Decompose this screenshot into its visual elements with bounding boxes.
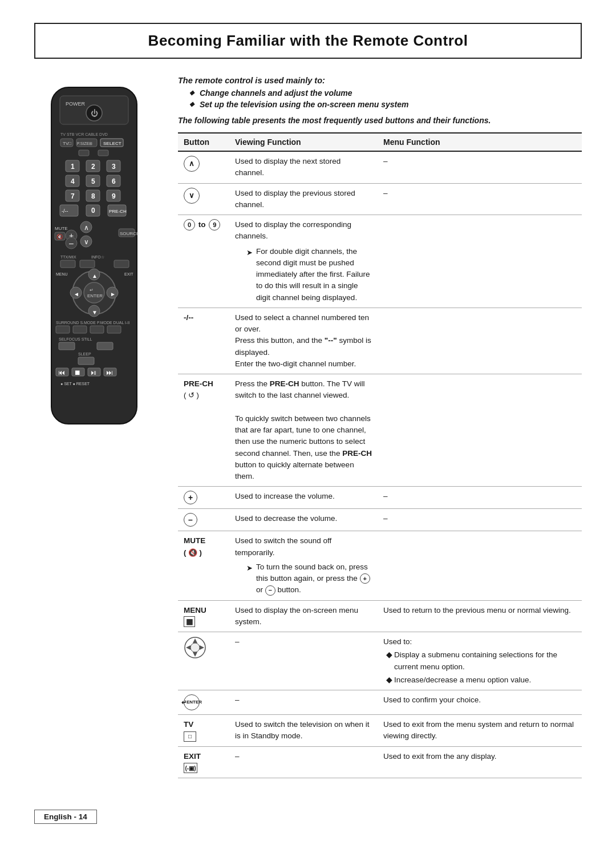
svg-text:SOURCE: SOURCE [120,231,139,236]
remote-image-col: POWER ⏻ TV STB VCR CABLE DVD TV□ P.SIZE⊞… [34,82,160,437]
btn-cell-dash: -/-- [178,308,229,374]
svg-text:SLEEP: SLEEP [78,352,91,356]
svg-rect-73 [90,326,104,333]
table-row: EXIT (-▣) – Used to exit from the any di… [178,746,582,778]
col-header-viewing: Viewing Function [229,133,378,151]
exit-icon: (-▣) [184,763,197,773]
svg-text:⏹: ⏹ [74,369,81,377]
svg-marker-91 [193,638,197,643]
svg-text:◄: ◄ [74,291,79,297]
table-row: – Used to: ◆Display a submenu containing… [178,632,582,690]
table-row: MUTE ( 🔇 ) Used to switch the sound off … [178,531,582,600]
svg-text:SELFOCUS  STILL: SELFOCUS STILL [59,337,92,341]
menu-cell-digits [378,215,582,308]
svg-text:⏻: ⏻ [91,109,98,118]
svg-text:↵: ↵ [90,288,94,293]
svg-text:🔇: 🔇 [56,233,63,240]
svg-text:▲: ▲ [92,273,98,279]
table-row: -/-- Used to select a channel numbered t… [178,308,582,374]
svg-text:▼: ▼ [92,309,98,316]
viewing-cell-down: Used to display the previous stored chan… [229,183,378,215]
svg-point-90 [191,643,200,652]
svg-rect-79 [78,357,94,365]
svg-text:5: 5 [91,177,95,185]
svg-rect-12 [79,150,89,156]
plus-icon: + [184,491,197,504]
menu-cell-enter: Used to confirm your choice. [378,690,582,715]
svg-text:1: 1 [71,163,75,171]
digit-9-icon: 9 [209,219,220,231]
menu-cell-volup: – [378,487,582,509]
btn-cell-digits: 0 to 9 [178,215,229,308]
table-intro-text: The following table presents the most fr… [178,115,582,127]
svg-marker-93 [186,645,191,650]
table-row: – Used to decrease the volume. – [178,509,582,531]
svg-text:3: 3 [112,163,116,171]
svg-rect-13 [98,150,108,156]
svg-text:2: 2 [91,163,95,171]
svg-marker-92 [193,652,197,657]
intro-bullets: Change channels and adjust the volume Se… [189,88,582,109]
viewing-cell-prech: Press the PRE-CH button. The TV will swi… [229,374,378,487]
btn-cell-menu: MENU ▦ [178,600,229,632]
menu-cell-mute [378,531,582,600]
tv-label: TV [184,720,193,729]
btn-cell-down: ∨ [178,183,229,215]
svg-text:∨: ∨ [84,238,89,246]
svg-rect-53 [60,260,75,268]
svg-text:4: 4 [71,177,75,185]
svg-text:⏮: ⏮ [58,369,65,377]
svg-text:⏭: ⏭ [106,369,113,377]
minus-icon: – [184,513,197,527]
footer-bar: English - 14 [34,810,582,824]
svg-text:● SET   ● RESET: ● SET ● RESET [60,382,90,386]
table-header-row: Button Viewing Function Menu Function [178,133,582,151]
svg-text:TV STB VCR CABLE DVD: TV STB VCR CABLE DVD [60,132,108,136]
svg-text:SURROUND S.MODE P.MODE DUAL I-: SURROUND S.MODE P.MODE DUAL I-II [56,321,129,325]
table-row: ∧ Used to display the next stored channe… [178,151,582,183]
arrow-mute-icon: ➤ [246,563,253,574]
content-area: POWER ⏻ TV STB VCR CABLE DVD TV□ P.SIZE⊞… [34,76,582,778]
col-header-menu: Menu Function [378,133,582,151]
table-row: TV □ Used to switch the television on wh… [178,715,582,747]
remote-svg: POWER ⏻ TV STB VCR CABLE DVD TV□ P.SIZE⊞… [34,82,154,437]
intro-main-text: The remote control is used mainly to: [178,76,582,85]
table-row: + Used to increase the volume. – [178,487,582,509]
svg-text:9: 9 [112,192,116,200]
menu-cell-exit: Used to exit from the any display. [378,746,582,778]
svg-text:P.SIZE⊞: P.SIZE⊞ [77,141,92,145]
viewing-cell-digits: Used to display the corresponding channe… [229,215,378,308]
svg-rect-54 [80,260,95,268]
btn-cell-nav [178,632,229,690]
svg-rect-77 [97,342,113,350]
svg-text:►: ► [110,291,116,297]
btn-cell-mute: MUTE ( 🔇 ) [178,531,229,600]
svg-rect-55 [114,260,129,268]
svg-rect-72 [73,326,87,333]
svg-marker-94 [200,645,204,650]
svg-text:⏯: ⏯ [90,369,97,377]
btn-cell-prech: PRE-CH ( ↺ ) [178,374,229,487]
svg-text:PRE-CH: PRE-CH [109,209,127,214]
viewing-cell-nav: – [229,632,378,690]
viewing-cell-mute: Used to switch the sound off temporarily… [229,531,378,600]
svg-text:8: 8 [91,192,95,200]
exit-label: EXIT [184,752,201,761]
menu-cell-menu: Used to return to the previous menu or n… [378,600,582,632]
svg-text:6: 6 [112,177,116,185]
btn-cell-volup: + [178,487,229,509]
svg-text:–: – [69,238,74,248]
btn-cell-up: ∧ [178,151,229,183]
digit-note: ➤ For double digit channels, the second … [246,246,372,304]
svg-text:MENU: MENU [56,272,68,276]
dash-label: -/-- [184,313,193,322]
btn-cell-exit: EXIT (-▣) [178,746,229,778]
menu-cell-down: – [378,183,582,215]
viewing-cell-menu: Used to display the on-screen menu syste… [229,600,378,632]
svg-text:∧: ∧ [84,224,89,232]
bullet-1: Change channels and adjust the volume [189,88,582,98]
table-row: ↵ENTER – Used to confirm your choice. [178,690,582,715]
btn-cell-tv: TV □ [178,715,229,747]
svg-text:ENTER: ENTER [87,293,103,298]
table-row: ∨ Used to display the previous stored ch… [178,183,582,215]
